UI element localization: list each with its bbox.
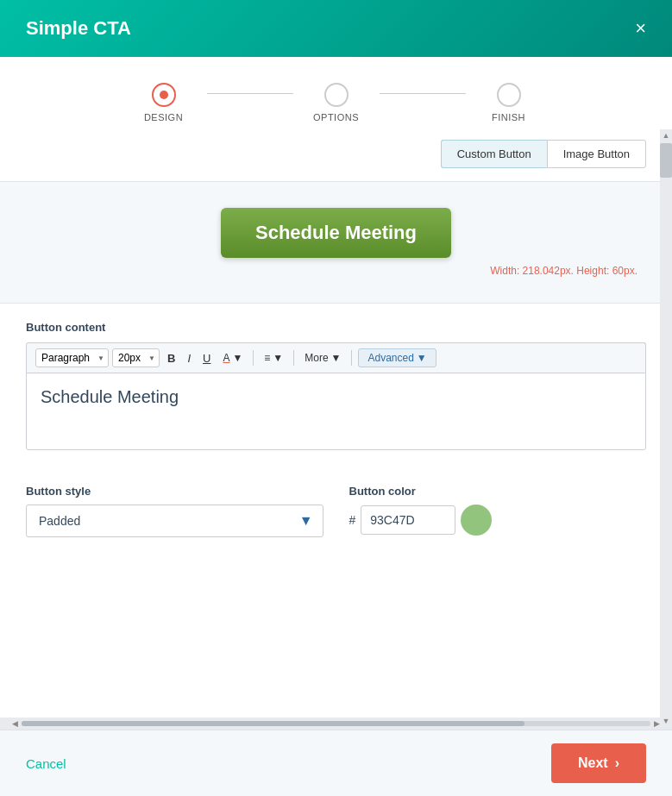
step-label-finish: FINISH [492, 112, 525, 122]
toolbar-sep-3 [351, 350, 352, 366]
editor-text: Schedule Meeting [41, 387, 179, 406]
h-scroll-right-arrow[interactable]: ▶ [654, 719, 660, 728]
style-select-wrap: Padded Full Width Pill ▼ [26, 505, 323, 537]
v-scroll-down-arrow[interactable]: ▼ [661, 715, 672, 727]
advanced-label: Advanced [367, 352, 413, 364]
v-scroll-thumb[interactable] [660, 143, 672, 178]
toggle-group: Custom Button Image Button [0, 140, 672, 168]
button-content-section: Button content Paragraph Heading 1 Headi… [0, 304, 672, 467]
next-arrow: › [615, 755, 619, 771]
editor-content[interactable]: Schedule Meeting [26, 373, 646, 450]
modal-footer: Cancel Next › [0, 730, 672, 796]
step-line-2 [380, 93, 466, 94]
step-circle-finish [497, 83, 521, 107]
size-select-wrap: 20px 14px 16px 24px [112, 348, 160, 367]
more-dropdown[interactable]: More ▼ [300, 350, 345, 366]
font-color-label: A [223, 352, 229, 364]
vertical-scrollbar[interactable]: ▲ ▼ [660, 129, 672, 727]
align-dropdown[interactable]: ≡ ▼ [260, 350, 287, 366]
steps-row: DESIGN OPTIONS FINISH [121, 83, 552, 122]
custom-button-toggle[interactable]: Custom Button [441, 140, 547, 168]
step-options: OPTIONS [293, 83, 380, 122]
modal-title: Simple CTA [26, 17, 131, 40]
button-color-label: Button color [349, 485, 647, 498]
cta-preview-button[interactable]: Schedule Meeting [221, 208, 451, 258]
align-arrow: ▼ [273, 352, 283, 364]
image-button-toggle[interactable]: Image Button [547, 140, 646, 168]
preview-size-info: Width: 218.042px. Height: 60px. [490, 265, 646, 277]
step-design: DESIGN [121, 83, 207, 122]
button-color-group: Button color # [349, 485, 647, 536]
color-hex-input[interactable] [361, 505, 455, 535]
color-swatch-button[interactable] [461, 505, 492, 536]
v-scroll-up-arrow[interactable]: ▲ [661, 129, 672, 141]
steps-container: DESIGN OPTIONS FINISH [0, 57, 672, 140]
cancel-button[interactable]: Cancel [26, 756, 66, 771]
style-color-row: Button style Padded Full Width Pill ▼ Bu… [0, 467, 672, 555]
font-color-arrow: ▼ [232, 352, 242, 364]
modal-header: Simple CTA × [0, 0, 672, 57]
step-label-design: DESIGN [144, 112, 183, 122]
bold-button[interactable]: B [163, 350, 179, 367]
h-scroll-track [22, 721, 650, 726]
step-line-1 [207, 93, 293, 94]
more-label: More [305, 352, 328, 364]
horizontal-scrollbar[interactable]: ◀ ▶ [0, 718, 672, 730]
next-label: Next [578, 755, 608, 771]
modal-body: DESIGN OPTIONS FINISH Custom B [0, 57, 672, 718]
modal-container: Simple CTA × DESIGN OPTIONS [0, 0, 672, 796]
button-style-group: Button style Padded Full Width Pill ▼ [26, 485, 323, 537]
advanced-arrow: ▼ [417, 352, 427, 364]
button-style-label: Button style [26, 485, 323, 498]
italic-button[interactable]: I [183, 350, 195, 367]
align-icon: ≡ [264, 352, 270, 364]
advanced-dropdown[interactable]: Advanced ▼ [358, 348, 436, 367]
button-content-label: Button content [26, 321, 646, 334]
more-arrow: ▼ [331, 352, 342, 364]
step-label-options: OPTIONS [313, 112, 359, 122]
size-select[interactable]: 20px 14px 16px 24px [112, 348, 160, 367]
step-finish: FINISH [466, 83, 552, 122]
font-color-dropdown[interactable]: A ▼ [218, 350, 247, 366]
hash-symbol: # [349, 513, 356, 527]
step-circle-design [152, 83, 176, 107]
style-select[interactable]: Padded Full Width Pill [26, 505, 323, 537]
color-input-row: # [349, 505, 647, 536]
h-scroll-left-arrow[interactable]: ◀ [12, 719, 18, 728]
editor-toolbar: Paragraph Heading 1 Heading 2 20px 14px … [26, 342, 646, 373]
step-circle-options [324, 83, 349, 107]
paragraph-select[interactable]: Paragraph Heading 1 Heading 2 [35, 348, 109, 367]
underline-button[interactable]: U [198, 350, 215, 367]
toolbar-sep-1 [253, 350, 254, 366]
preview-area: Schedule Meeting Width: 218.042px. Heigh… [0, 181, 672, 304]
close-button[interactable]: × [635, 19, 646, 38]
paragraph-select-wrap: Paragraph Heading 1 Heading 2 [35, 348, 109, 367]
toolbar-sep-2 [293, 350, 294, 366]
h-scroll-thumb[interactable] [22, 721, 524, 726]
next-button[interactable]: Next › [551, 743, 646, 783]
